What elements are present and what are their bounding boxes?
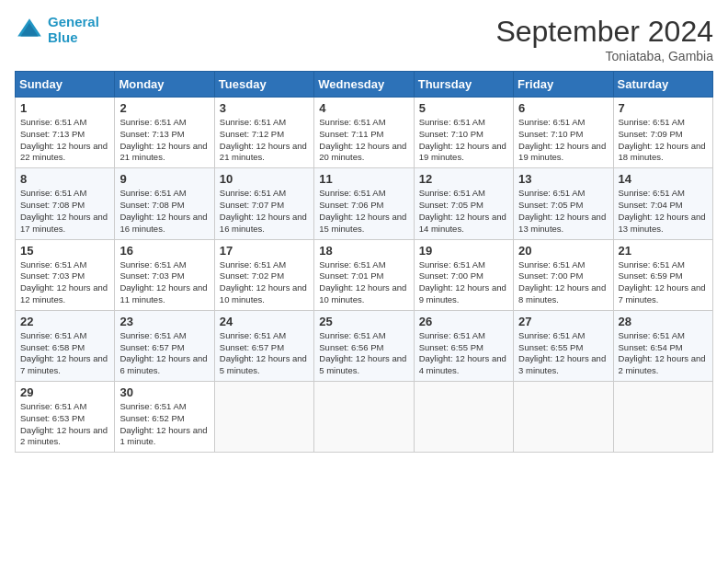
calendar-cell: 5Sunrise: 6:51 AMSunset: 7:10 PMDaylight… (414, 98, 513, 168)
calendar-week-4: 22Sunrise: 6:51 AMSunset: 6:58 PMDayligh… (16, 310, 713, 381)
cell-info: Sunrise: 6:51 AMSunset: 7:11 PMDaylight:… (319, 117, 406, 162)
calendar-cell: 3Sunrise: 6:51 AMSunset: 7:12 PMDaylight… (214, 98, 313, 168)
day-number: 9 (119, 172, 209, 186)
calendar-cell: 19Sunrise: 6:51 AMSunset: 7:00 PMDayligh… (414, 239, 513, 310)
day-number: 11 (319, 172, 408, 186)
calendar-cell: 6Sunrise: 6:51 AMSunset: 7:10 PMDaylight… (514, 98, 613, 168)
cell-info: Sunrise: 6:51 AMSunset: 7:04 PMDaylight:… (619, 188, 706, 233)
cell-info: Sunrise: 6:51 AMSunset: 7:00 PMDaylight:… (419, 259, 506, 304)
cell-info: Sunrise: 6:51 AMSunset: 7:05 PMDaylight:… (419, 188, 506, 233)
cell-info: Sunrise: 6:51 AMSunset: 7:13 PMDaylight:… (20, 117, 108, 162)
col-header-monday: Monday (115, 72, 214, 98)
cell-info: Sunrise: 6:51 AMSunset: 6:52 PMDaylight:… (119, 401, 207, 446)
day-number: 18 (319, 244, 408, 258)
day-number: 30 (119, 385, 209, 399)
calendar-cell: 7Sunrise: 6:51 AMSunset: 7:09 PMDaylight… (613, 98, 712, 168)
day-number: 17 (220, 244, 309, 258)
cell-info: Sunrise: 6:51 AMSunset: 6:53 PMDaylight:… (20, 401, 108, 446)
logo: General Blue (15, 15, 99, 45)
calendar-cell: 18Sunrise: 6:51 AMSunset: 7:01 PMDayligh… (314, 239, 414, 310)
calendar-cell: 11Sunrise: 6:51 AMSunset: 7:06 PMDayligh… (314, 168, 414, 239)
calendar-cell (214, 382, 313, 453)
cell-info: Sunrise: 6:51 AMSunset: 7:03 PMDaylight:… (119, 259, 207, 304)
title-block: September 2024 Toniataba, Gambia (495, 15, 713, 63)
col-header-tuesday: Tuesday (214, 72, 313, 98)
cell-info: Sunrise: 6:51 AMSunset: 7:02 PMDaylight:… (220, 259, 307, 304)
location: Toniataba, Gambia (495, 49, 713, 63)
day-number: 7 (619, 101, 708, 115)
calendar-cell: 21Sunrise: 6:51 AMSunset: 6:59 PMDayligh… (613, 239, 712, 310)
day-number: 29 (20, 385, 109, 399)
day-number: 6 (518, 101, 608, 115)
calendar-week-1: 1Sunrise: 6:51 AMSunset: 7:13 PMDaylight… (16, 98, 713, 168)
cell-info: Sunrise: 6:51 AMSunset: 7:09 PMDaylight:… (619, 117, 706, 162)
calendar-cell: 8Sunrise: 6:51 AMSunset: 7:08 PMDaylight… (16, 168, 115, 239)
calendar-cell: 26Sunrise: 6:51 AMSunset: 6:55 PMDayligh… (414, 310, 513, 381)
day-number: 26 (419, 315, 508, 328)
calendar-week-2: 8Sunrise: 6:51 AMSunset: 7:08 PMDaylight… (16, 168, 713, 239)
cell-info: Sunrise: 6:51 AMSunset: 6:55 PMDaylight:… (518, 330, 606, 375)
day-number: 8 (20, 172, 109, 186)
calendar-cell: 29Sunrise: 6:51 AMSunset: 6:53 PMDayligh… (16, 382, 115, 453)
day-number: 27 (518, 315, 608, 328)
day-number: 16 (119, 244, 209, 258)
cell-info: Sunrise: 6:51 AMSunset: 7:05 PMDaylight:… (518, 188, 606, 233)
cell-info: Sunrise: 6:51 AMSunset: 6:58 PMDaylight:… (20, 330, 108, 375)
calendar-cell: 13Sunrise: 6:51 AMSunset: 7:05 PMDayligh… (514, 168, 613, 239)
cell-info: Sunrise: 6:51 AMSunset: 7:08 PMDaylight:… (20, 188, 108, 233)
calendar-cell: 2Sunrise: 6:51 AMSunset: 7:13 PMDaylight… (115, 98, 214, 168)
calendar-cell (314, 382, 414, 453)
cell-info: Sunrise: 6:51 AMSunset: 6:57 PMDaylight:… (220, 330, 307, 375)
calendar-cell: 4Sunrise: 6:51 AMSunset: 7:11 PMDaylight… (314, 98, 414, 168)
cell-info: Sunrise: 6:51 AMSunset: 7:01 PMDaylight:… (319, 259, 406, 304)
day-number: 13 (518, 172, 608, 186)
day-number: 19 (419, 244, 508, 258)
calendar-cell (514, 382, 613, 453)
day-number: 10 (220, 172, 309, 186)
calendar-cell: 30Sunrise: 6:51 AMSunset: 6:52 PMDayligh… (115, 382, 214, 453)
day-number: 5 (419, 101, 508, 115)
calendar-cell: 22Sunrise: 6:51 AMSunset: 6:58 PMDayligh… (16, 310, 115, 381)
cell-info: Sunrise: 6:51 AMSunset: 6:55 PMDaylight:… (419, 330, 506, 375)
logo-text: General Blue (48, 15, 99, 45)
calendar-table: SundayMondayTuesdayWednesdayThursdayFrid… (15, 71, 713, 453)
calendar-cell: 15Sunrise: 6:51 AMSunset: 7:03 PMDayligh… (16, 239, 115, 310)
cell-info: Sunrise: 6:51 AMSunset: 7:07 PMDaylight:… (220, 188, 307, 233)
cell-info: Sunrise: 6:51 AMSunset: 7:06 PMDaylight:… (319, 188, 406, 233)
calendar-cell: 9Sunrise: 6:51 AMSunset: 7:08 PMDaylight… (115, 168, 214, 239)
calendar-cell: 25Sunrise: 6:51 AMSunset: 6:56 PMDayligh… (314, 310, 414, 381)
cell-info: Sunrise: 6:51 AMSunset: 7:12 PMDaylight:… (220, 117, 307, 162)
cell-info: Sunrise: 6:51 AMSunset: 7:00 PMDaylight:… (518, 259, 606, 304)
calendar-cell (613, 382, 712, 453)
cell-info: Sunrise: 6:51 AMSunset: 7:08 PMDaylight:… (119, 188, 207, 233)
day-number: 1 (20, 101, 109, 115)
calendar-cell: 24Sunrise: 6:51 AMSunset: 6:57 PMDayligh… (214, 310, 313, 381)
col-header-thursday: Thursday (414, 72, 513, 98)
calendar-cell: 1Sunrise: 6:51 AMSunset: 7:13 PMDaylight… (16, 98, 115, 168)
day-number: 22 (20, 315, 109, 328)
calendar-cell: 17Sunrise: 6:51 AMSunset: 7:02 PMDayligh… (214, 239, 313, 310)
day-number: 21 (619, 244, 708, 258)
day-number: 12 (419, 172, 508, 186)
calendar-cell: 10Sunrise: 6:51 AMSunset: 7:07 PMDayligh… (214, 168, 313, 239)
day-number: 23 (119, 315, 209, 328)
day-number: 20 (518, 244, 608, 258)
cell-info: Sunrise: 6:51 AMSunset: 6:57 PMDaylight:… (119, 330, 207, 375)
day-number: 3 (220, 101, 309, 115)
month-title: September 2024 (495, 15, 713, 49)
day-number: 14 (619, 172, 708, 186)
day-number: 2 (119, 101, 209, 115)
page-header: General Blue September 2024 Toniataba, G… (15, 15, 713, 63)
day-number: 4 (319, 101, 408, 115)
cell-info: Sunrise: 6:51 AMSunset: 6:59 PMDaylight:… (619, 259, 706, 304)
logo-icon (15, 16, 44, 45)
col-header-saturday: Saturday (613, 72, 712, 98)
calendar-cell: 20Sunrise: 6:51 AMSunset: 7:00 PMDayligh… (514, 239, 613, 310)
calendar-cell: 12Sunrise: 6:51 AMSunset: 7:05 PMDayligh… (414, 168, 513, 239)
calendar-week-3: 15Sunrise: 6:51 AMSunset: 7:03 PMDayligh… (16, 239, 713, 310)
calendar-cell: 23Sunrise: 6:51 AMSunset: 6:57 PMDayligh… (115, 310, 214, 381)
day-number: 15 (20, 244, 109, 258)
cell-info: Sunrise: 6:51 AMSunset: 7:03 PMDaylight:… (20, 259, 108, 304)
day-number: 24 (220, 315, 309, 328)
cell-info: Sunrise: 6:51 AMSunset: 6:56 PMDaylight:… (319, 330, 406, 375)
